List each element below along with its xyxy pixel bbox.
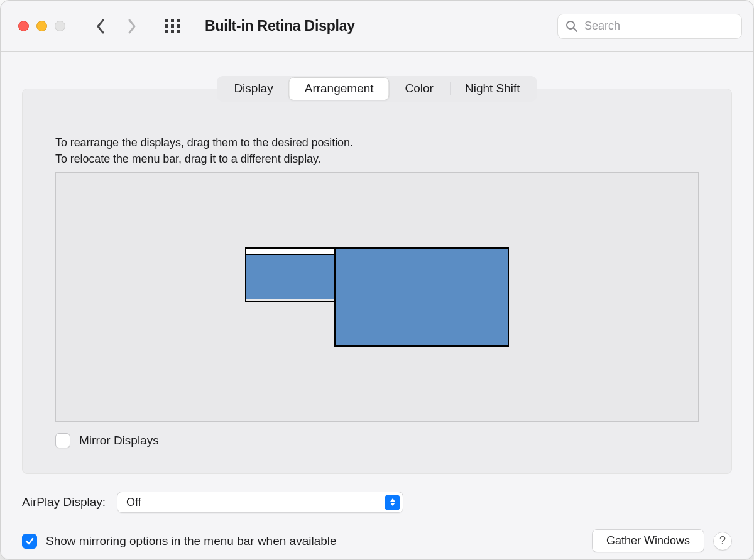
mirror-row: Mirror Displays (55, 433, 159, 448)
svg-rect-6 (165, 30, 168, 33)
svg-rect-8 (177, 30, 180, 33)
search-field[interactable] (557, 14, 742, 39)
toolbar: Built-in Retina Display (1, 1, 753, 52)
tab-night-shift[interactable]: Night Shift (449, 77, 536, 100)
nav-buttons (96, 18, 137, 35)
forward-button[interactable] (126, 18, 137, 35)
tab-bar: Display Arrangement Color Night Shift (217, 76, 537, 102)
tab-display[interactable]: Display (218, 77, 288, 100)
window-title: Built-in Retina Display (205, 18, 355, 35)
display-primary-screen (246, 255, 334, 299)
arrangement-group: To rearrange the displays, drag them to … (22, 89, 732, 474)
instruction-line-2: To relocate the menu bar, drag it to a d… (55, 153, 320, 165)
tab-arrangement[interactable]: Arrangement (289, 77, 390, 100)
grid-icon (165, 18, 181, 35)
menu-bar-handle[interactable] (246, 249, 334, 255)
arrangement-canvas[interactable] (55, 172, 699, 422)
show-all-button[interactable] (163, 17, 182, 36)
svg-rect-7 (171, 30, 174, 33)
minimize-window-button[interactable] (36, 21, 47, 31)
svg-rect-4 (171, 24, 174, 28)
show-mirroring-checkbox[interactable] (22, 534, 37, 549)
bottom-row: Show mirroring options in the menu bar w… (22, 529, 732, 552)
svg-rect-5 (177, 24, 180, 28)
mirror-displays-label: Mirror Displays (79, 434, 159, 448)
airplay-row: AirPlay Display: Off (22, 492, 403, 513)
svg-rect-0 (165, 19, 168, 22)
airplay-label: AirPlay Display: (22, 495, 106, 509)
airplay-select[interactable]: Off (117, 492, 403, 513)
airplay-value: Off (126, 496, 141, 509)
help-button[interactable]: ? (713, 532, 732, 551)
back-button[interactable] (96, 18, 107, 35)
search-icon (566, 20, 578, 33)
close-window-button[interactable] (18, 21, 29, 31)
zoom-window-button[interactable] (55, 21, 65, 31)
gather-windows-button[interactable]: Gather Windows (592, 529, 704, 552)
content-area: Display Arrangement Color Night Shift To… (1, 52, 753, 559)
displays-container (245, 247, 509, 347)
window-controls (18, 21, 65, 31)
display-primary[interactable] (245, 247, 336, 302)
up-down-caret-icon (385, 495, 400, 510)
svg-rect-3 (165, 24, 168, 28)
svg-rect-2 (177, 19, 180, 22)
tab-color[interactable]: Color (390, 77, 449, 100)
mirror-displays-checkbox[interactable] (55, 433, 70, 448)
search-input[interactable] (583, 19, 734, 33)
preferences-window: Built-in Retina Display Display Arrangem… (0, 0, 754, 560)
svg-point-9 (567, 21, 574, 29)
display-secondary[interactable] (334, 247, 509, 347)
svg-line-10 (574, 28, 577, 31)
svg-rect-1 (171, 19, 174, 22)
instruction-text: To rearrange the displays, drag them to … (55, 134, 699, 167)
instruction-line-1: To rearrange the displays, drag them to … (55, 136, 353, 149)
show-mirroring-label: Show mirroring options in the menu bar w… (46, 534, 337, 548)
